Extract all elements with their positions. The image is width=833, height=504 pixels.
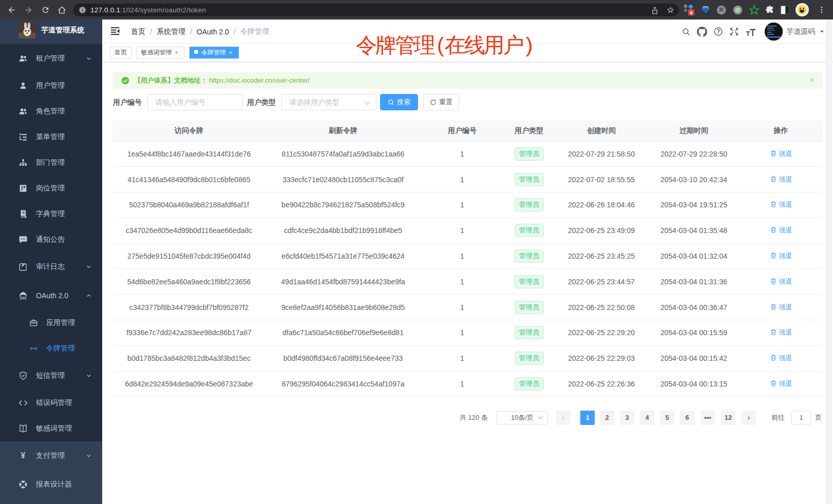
svg-text:9: 9: [690, 10, 692, 15]
svg-text:⌘: ⌘: [718, 7, 724, 13]
svg-text:¥: ¥: [21, 451, 26, 460]
svg-text:A: A: [32, 347, 34, 350]
